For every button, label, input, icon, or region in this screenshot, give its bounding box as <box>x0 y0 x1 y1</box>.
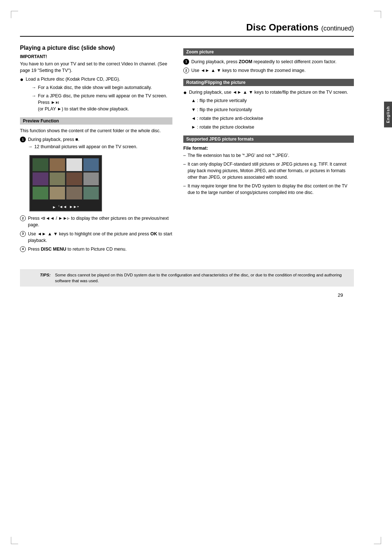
step4-item: 4 Press DISC MENU to return to Picture C… <box>20 246 172 252</box>
thumb-6 <box>49 172 66 186</box>
tips-text: Some discs cannot be played on this DVD … <box>55 272 343 284</box>
two-column-layout: Playing a picture disc (slide show) IMPO… <box>20 43 354 255</box>
preview-function-label: Preview Function <box>23 118 59 123</box>
file-format-dash1: The file extension has to be '*.JPG' and… <box>183 152 354 159</box>
title-text: Disc Operations <box>246 22 318 33</box>
rotating-text-item: ● During playback, use ◄► ▲ ▼ keys to ro… <box>183 89 354 96</box>
arrow-icon-3: → <box>28 143 33 150</box>
main-content: Disc Operations (continued) Playing a pi… <box>20 22 372 298</box>
thumb-1 <box>32 158 49 171</box>
file-format-dash2: It can only display DCF-standard still p… <box>183 161 354 181</box>
thumb-11 <box>66 186 82 200</box>
left-column: Playing a picture disc (slide show) IMPO… <box>20 43 172 255</box>
flip-items: ▲ : flip the picture vertically ▼ : flip… <box>183 97 354 130</box>
preview-function-text: This function shows the content of the c… <box>20 127 172 134</box>
zoom-step1-num: 1 <box>183 59 189 65</box>
zoom-picture-label: Zoom picture <box>186 49 214 54</box>
tips-label: TIPS: <box>40 272 50 278</box>
preview-controls: ► ᑊ◄◄ ►►‣ <box>30 204 101 209</box>
page-number: 29 <box>20 292 343 298</box>
corner-mark-bl <box>11 537 18 544</box>
step2-number: 2 <box>20 215 26 221</box>
step2-item: 2 Press ⧏◄◄ / ►►▹ to display the other p… <box>20 215 172 228</box>
rotate-anti: ◄ : rotate the picture anti-clockwise <box>191 115 354 122</box>
flip-h: ▼ : flip the picture horizontally <box>191 106 354 113</box>
arrow-item-1b: → For a JPEG disc, the picture menu will… <box>28 93 172 112</box>
step3-text: Use ◄► ▲ ▼ keys to highlight one of the … <box>28 231 172 244</box>
bullet1-text: Load a Picture disc (Kodak Picture CD, J… <box>26 76 121 82</box>
section-title: Playing a picture disc (slide show) <box>20 45 172 51</box>
thumb-7 <box>66 172 82 186</box>
rotating-label: Rotating/Flipping the picture <box>186 80 245 85</box>
step1-arrow: → 12 thumbnail pictures will appear on t… <box>28 143 137 150</box>
ffwd-icon: ►►‣ <box>69 204 79 209</box>
right-column: Zoom picture 1 During playback, press ZO… <box>183 43 354 255</box>
arrow-item-1a: → For a Kodak disc, the slide show will … <box>28 84 172 91</box>
rotating-text: During playback, use ◄► ▲ ▼ keys to rota… <box>189 89 348 96</box>
zoom-step1: 1 During playback, press ZOOM repeatedly… <box>183 58 354 65</box>
file-format-label: File format: <box>183 146 354 151</box>
rewind-icon: ᑊ◄◄ <box>58 204 67 209</box>
arrow-icon: → <box>32 84 36 91</box>
bullet-icon-2: ● <box>183 89 187 96</box>
step2-text: Press ⧏◄◄ / ►►▹ to display the other pic… <box>28 215 172 228</box>
bullet-item-1: ● Load a Picture disc (Kodak Picture CD,… <box>20 76 172 83</box>
supported-bar: Supported JPEG picture formats <box>183 135 354 143</box>
thumb-4 <box>83 158 99 171</box>
zoom-picture-bar: Zoom picture <box>183 48 354 56</box>
corner-mark-tl <box>11 11 18 18</box>
rotate-cw: ► : rotate the picture clockwise <box>191 124 354 130</box>
zoom-step2-num: 2 <box>183 68 189 73</box>
arrow-items-indent: → For a Kodak disc, the slide show will … <box>20 84 172 112</box>
arrow1a-text: For a Kodak disc, the slide show will be… <box>38 84 152 91</box>
thumb-5 <box>32 172 49 186</box>
step4-text: Press DISC MENU to return to Picture CD … <box>28 246 127 252</box>
step1-text: During playback, press ■. <box>28 137 79 142</box>
corner-mark-tr <box>374 11 381 18</box>
step1-content: During playback, press ■. → 12 thumbnail… <box>28 136 137 151</box>
page-container: English Disc Operations (continued) Play… <box>0 0 392 555</box>
zoom-step1-text: During playback, press ZOOM repeatedly t… <box>191 58 336 65</box>
step3-number: 3 <box>20 231 26 237</box>
step1-item: 1 During playback, press ■. → 12 thumbna… <box>20 136 172 151</box>
preview-function-bar: Preview Function <box>20 117 172 125</box>
thumb-2 <box>49 158 66 171</box>
rotating-bar: Rotating/Flipping the picture <box>183 79 354 86</box>
arrow-icon-2: → <box>32 93 36 99</box>
thumb-3 <box>66 158 82 171</box>
important-text: You have to turn on your TV and set to t… <box>20 61 172 74</box>
supported-label: Supported JPEG picture formats <box>186 137 254 142</box>
step4-number: 4 <box>20 246 26 252</box>
step1-number: 1 <box>20 137 26 142</box>
thumb-8 <box>83 172 99 186</box>
arrow1b-text: For a JPEG disc, the picture menu will a… <box>38 93 173 112</box>
title-continued: (continued) <box>321 25 354 32</box>
file-format-dash3: It may require longer time for the DVD s… <box>183 183 354 196</box>
corner-mark-br <box>374 537 381 544</box>
flip-v: ▲ : flip the picture vertically <box>191 97 354 104</box>
important-label: IMPORTANT! <box>20 54 172 59</box>
thumbnail-preview: ► ᑊ◄◄ ►►‣ <box>29 155 102 211</box>
page-title: Disc Operations (continued) <box>20 22 354 37</box>
step3-item: 3 Use ◄► ▲ ▼ keys to highlight one of th… <box>20 231 172 244</box>
bullet-icon: ● <box>20 76 24 83</box>
step1-arrow-text: 12 thumbnail pictures will appear on the… <box>34 143 138 150</box>
zoom-step2: 2 Use ◄► ▲ ▼ keys to move through the zo… <box>183 67 354 74</box>
play-icon: ► <box>52 205 56 209</box>
tips-bar: TIPS: Some discs cannot be played on thi… <box>20 269 354 287</box>
thumb-9 <box>32 186 49 200</box>
thumb-12 <box>83 186 99 200</box>
english-tab: English <box>384 102 392 127</box>
thumbnail-grid <box>30 156 101 202</box>
zoom-step2-text: Use ◄► ▲ ▼ keys to move through the zoom… <box>191 67 306 74</box>
thumb-10 <box>49 186 66 200</box>
